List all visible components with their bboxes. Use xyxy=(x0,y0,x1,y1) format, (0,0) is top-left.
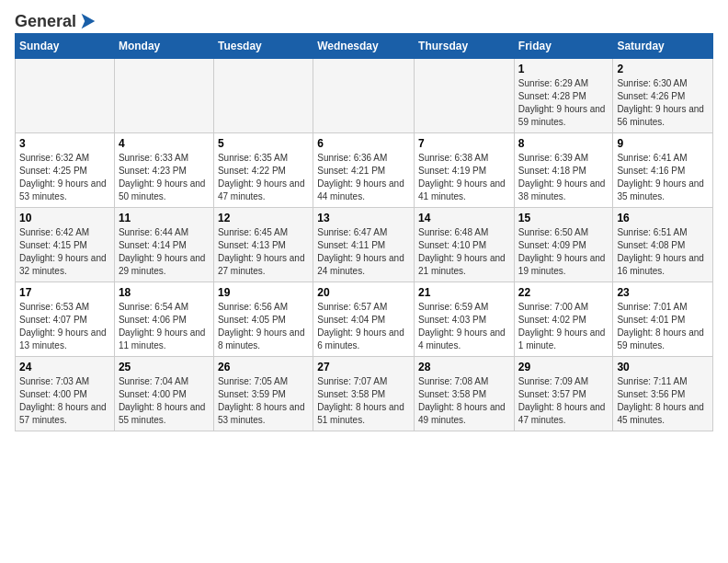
calendar-header-tuesday: Tuesday xyxy=(213,34,313,59)
calendar-cell: 3Sunrise: 6:32 AM Sunset: 4:25 PM Daylig… xyxy=(16,133,115,208)
day-info: Sunrise: 7:11 AM Sunset: 3:56 PM Dayligh… xyxy=(617,375,709,427)
calendar-cell: 21Sunrise: 6:59 AM Sunset: 4:03 PM Dayli… xyxy=(415,282,515,357)
calendar-cell: 2Sunrise: 6:30 AM Sunset: 4:26 PM Daylig… xyxy=(613,59,713,133)
day-number: 9 xyxy=(617,137,709,150)
day-info: Sunrise: 6:44 AM Sunset: 4:14 PM Dayligh… xyxy=(119,226,210,278)
calendar-cell xyxy=(415,59,515,133)
day-info: Sunrise: 6:36 AM Sunset: 4:21 PM Dayligh… xyxy=(317,152,410,203)
calendar-table: SundayMondayTuesdayWednesdayThursdayFrid… xyxy=(15,33,713,431)
calendar-header-saturday: Saturday xyxy=(613,34,713,59)
calendar-cell: 24Sunrise: 7:03 AM Sunset: 4:00 PM Dayli… xyxy=(16,357,115,431)
day-number: 22 xyxy=(518,286,609,299)
day-info: Sunrise: 6:50 AM Sunset: 4:09 PM Dayligh… xyxy=(518,226,609,278)
day-number: 4 xyxy=(119,137,210,150)
day-number: 6 xyxy=(317,137,410,150)
day-number: 1 xyxy=(518,63,609,75)
day-info: Sunrise: 6:57 AM Sunset: 4:04 PM Dayligh… xyxy=(317,301,410,352)
day-info: Sunrise: 6:59 AM Sunset: 4:03 PM Dayligh… xyxy=(418,301,510,352)
day-number: 29 xyxy=(518,361,609,373)
calendar-cell xyxy=(313,59,415,133)
calendar-week-row: 17Sunrise: 6:53 AM Sunset: 4:07 PM Dayli… xyxy=(16,282,713,357)
day-number: 5 xyxy=(218,137,309,150)
day-number: 30 xyxy=(617,361,709,373)
calendar-cell: 15Sunrise: 6:50 AM Sunset: 4:09 PM Dayli… xyxy=(514,208,613,282)
day-number: 19 xyxy=(218,286,309,299)
svg-marker-1 xyxy=(82,14,96,29)
day-number: 25 xyxy=(119,361,210,373)
day-info: Sunrise: 6:56 AM Sunset: 4:05 PM Dayligh… xyxy=(218,301,309,352)
calendar-cell: 27Sunrise: 7:07 AM Sunset: 3:58 PM Dayli… xyxy=(313,357,415,431)
calendar-week-row: 24Sunrise: 7:03 AM Sunset: 4:00 PM Dayli… xyxy=(16,357,713,431)
calendar-header-sunday: Sunday xyxy=(16,34,115,59)
day-info: Sunrise: 7:00 AM Sunset: 4:02 PM Dayligh… xyxy=(518,301,609,352)
day-info: Sunrise: 6:47 AM Sunset: 4:11 PM Dayligh… xyxy=(317,226,410,278)
day-number: 28 xyxy=(418,361,510,373)
day-number: 13 xyxy=(317,212,410,224)
calendar-cell: 19Sunrise: 6:56 AM Sunset: 4:05 PM Dayli… xyxy=(213,282,313,357)
day-number: 24 xyxy=(19,361,110,373)
day-info: Sunrise: 7:01 AM Sunset: 4:01 PM Dayligh… xyxy=(617,301,709,352)
day-info: Sunrise: 6:54 AM Sunset: 4:06 PM Dayligh… xyxy=(119,301,210,352)
calendar-cell: 23Sunrise: 7:01 AM Sunset: 4:01 PM Dayli… xyxy=(613,282,713,357)
calendar-cell: 26Sunrise: 7:05 AM Sunset: 3:59 PM Dayli… xyxy=(213,357,313,431)
calendar-header-friday: Friday xyxy=(514,34,613,59)
day-number: 2 xyxy=(617,63,709,75)
logo-icon xyxy=(77,11,97,31)
calendar-header-row: SundayMondayTuesdayWednesdayThursdayFrid… xyxy=(16,34,713,59)
day-info: Sunrise: 6:32 AM Sunset: 4:25 PM Dayligh… xyxy=(19,152,110,203)
page-header: General xyxy=(15,15,713,26)
calendar-cell: 4Sunrise: 6:33 AM Sunset: 4:23 PM Daylig… xyxy=(114,133,213,208)
calendar-cell xyxy=(16,59,115,133)
calendar-week-row: 10Sunrise: 6:42 AM Sunset: 4:15 PM Dayli… xyxy=(16,208,713,282)
day-number: 23 xyxy=(617,286,709,299)
day-info: Sunrise: 6:30 AM Sunset: 4:26 PM Dayligh… xyxy=(617,77,709,129)
calendar-cell: 10Sunrise: 6:42 AM Sunset: 4:15 PM Dayli… xyxy=(16,208,115,282)
calendar-cell: 16Sunrise: 6:51 AM Sunset: 4:08 PM Dayli… xyxy=(613,208,713,282)
calendar-cell: 5Sunrise: 6:35 AM Sunset: 4:22 PM Daylig… xyxy=(213,133,313,208)
day-number: 16 xyxy=(617,212,709,224)
calendar-cell: 25Sunrise: 7:04 AM Sunset: 4:00 PM Dayli… xyxy=(114,357,213,431)
calendar-cell: 29Sunrise: 7:09 AM Sunset: 3:57 PM Dayli… xyxy=(514,357,613,431)
calendar-cell: 11Sunrise: 6:44 AM Sunset: 4:14 PM Dayli… xyxy=(114,208,213,282)
day-number: 12 xyxy=(218,212,309,224)
calendar-cell xyxy=(114,59,213,133)
day-info: Sunrise: 6:35 AM Sunset: 4:22 PM Dayligh… xyxy=(218,152,309,203)
calendar-cell: 9Sunrise: 6:41 AM Sunset: 4:16 PM Daylig… xyxy=(613,133,713,208)
day-info: Sunrise: 7:09 AM Sunset: 3:57 PM Dayligh… xyxy=(518,375,609,427)
calendar-cell: 8Sunrise: 6:39 AM Sunset: 4:18 PM Daylig… xyxy=(514,133,613,208)
calendar-body: 1Sunrise: 6:29 AM Sunset: 4:28 PM Daylig… xyxy=(16,59,713,431)
calendar-header-wednesday: Wednesday xyxy=(313,34,415,59)
day-number: 27 xyxy=(317,361,410,373)
day-number: 15 xyxy=(518,212,609,224)
calendar-week-row: 1Sunrise: 6:29 AM Sunset: 4:28 PM Daylig… xyxy=(16,59,713,133)
calendar-cell: 1Sunrise: 6:29 AM Sunset: 4:28 PM Daylig… xyxy=(514,59,613,133)
calendar-cell: 17Sunrise: 6:53 AM Sunset: 4:07 PM Dayli… xyxy=(16,282,115,357)
calendar-cell: 12Sunrise: 6:45 AM Sunset: 4:13 PM Dayli… xyxy=(213,208,313,282)
calendar-cell: 13Sunrise: 6:47 AM Sunset: 4:11 PM Dayli… xyxy=(313,208,415,282)
day-info: Sunrise: 6:53 AM Sunset: 4:07 PM Dayligh… xyxy=(19,301,110,352)
day-info: Sunrise: 7:05 AM Sunset: 3:59 PM Dayligh… xyxy=(218,375,309,427)
calendar-cell xyxy=(213,59,313,133)
day-number: 7 xyxy=(418,137,510,150)
calendar-cell: 28Sunrise: 7:08 AM Sunset: 3:58 PM Dayli… xyxy=(415,357,515,431)
day-number: 21 xyxy=(418,286,510,299)
calendar-cell: 6Sunrise: 6:36 AM Sunset: 4:21 PM Daylig… xyxy=(313,133,415,208)
day-info: Sunrise: 6:38 AM Sunset: 4:19 PM Dayligh… xyxy=(418,152,510,203)
day-number: 17 xyxy=(19,286,110,299)
day-number: 20 xyxy=(317,286,410,299)
calendar-cell: 20Sunrise: 6:57 AM Sunset: 4:04 PM Dayli… xyxy=(313,282,415,357)
calendar-header-thursday: Thursday xyxy=(415,34,515,59)
day-number: 26 xyxy=(218,361,309,373)
calendar-cell: 7Sunrise: 6:38 AM Sunset: 4:19 PM Daylig… xyxy=(415,133,515,208)
calendar-cell: 14Sunrise: 6:48 AM Sunset: 4:10 PM Dayli… xyxy=(415,208,515,282)
day-info: Sunrise: 6:29 AM Sunset: 4:28 PM Dayligh… xyxy=(518,77,609,129)
day-info: Sunrise: 7:07 AM Sunset: 3:58 PM Dayligh… xyxy=(317,375,410,427)
day-info: Sunrise: 6:33 AM Sunset: 4:23 PM Dayligh… xyxy=(119,152,210,203)
calendar-week-row: 3Sunrise: 6:32 AM Sunset: 4:25 PM Daylig… xyxy=(16,133,713,208)
logo: General xyxy=(15,15,98,26)
calendar-cell: 30Sunrise: 7:11 AM Sunset: 3:56 PM Dayli… xyxy=(613,357,713,431)
calendar-header-monday: Monday xyxy=(114,34,213,59)
day-info: Sunrise: 6:45 AM Sunset: 4:13 PM Dayligh… xyxy=(218,226,309,278)
day-number: 10 xyxy=(19,212,110,224)
day-info: Sunrise: 6:48 AM Sunset: 4:10 PM Dayligh… xyxy=(418,226,510,278)
